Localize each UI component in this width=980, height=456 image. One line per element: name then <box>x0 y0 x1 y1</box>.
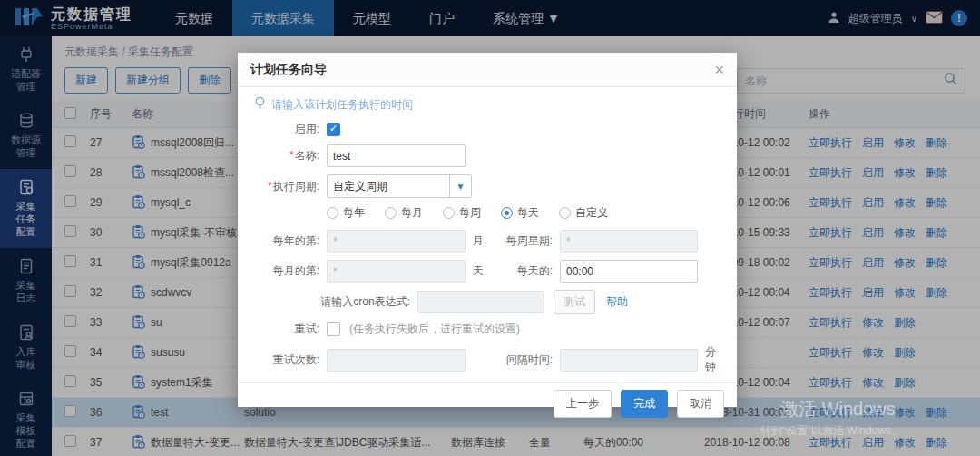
retry-count-label: 重试次数: <box>254 352 319 368</box>
daytime-input[interactable] <box>560 260 698 283</box>
retry-hint: (任务执行失败后，进行重试的设置) <box>349 322 520 337</box>
retry-count-input <box>327 349 466 372</box>
period-select[interactable]: 自定义周期 ▼ <box>327 174 472 198</box>
retry-label: 重试: <box>254 322 319 337</box>
dialog-title: 计划任务向导 <box>250 62 327 78</box>
windows-watermark-line2: 转到“设置”以激活 Windows。 <box>760 423 902 439</box>
period-radio-label: 每天 <box>517 205 539 221</box>
period-radio-option[interactable]: 自定义 <box>559 205 608 221</box>
name-input[interactable] <box>327 144 466 167</box>
enable-label: 启用: <box>254 122 319 137</box>
day-unit: 天 <box>466 263 491 279</box>
retry-checkbox[interactable] <box>327 322 340 336</box>
period-radio-group: 每年每月每周每天自定义 <box>327 205 720 221</box>
radio-icon <box>385 207 397 219</box>
dropdown-arrow-icon[interactable]: ▼ <box>449 175 471 197</box>
cron-label: 请输入cron表达式: <box>254 294 410 310</box>
period-radio-label: 自定义 <box>575 205 608 221</box>
interval-input <box>560 349 698 372</box>
radio-icon <box>443 207 455 219</box>
period-radio-label: 每月 <box>401 205 423 221</box>
dialog-tip-text: 请输入该计划任务执行的时间 <box>271 97 413 113</box>
enable-checkbox[interactable] <box>327 123 340 136</box>
period-radio-option[interactable]: 每月 <box>385 205 423 221</box>
yearday-input <box>327 230 466 253</box>
weekday-input <box>560 230 698 253</box>
cancel-button[interactable]: 取消 <box>677 390 724 418</box>
radio-icon <box>327 207 338 219</box>
minute-unit: 分钟 <box>705 344 720 375</box>
previous-step-button[interactable]: 上一步 <box>554 390 612 418</box>
schedule-wizard-dialog: 计划任务向导 × 请输入该计划任务执行的时间 启用: *名称: *执行周期: 自… <box>238 53 737 407</box>
close-icon[interactable]: × <box>714 62 724 78</box>
cron-test-button: 测试 <box>554 290 595 314</box>
period-label: *执行周期: <box>254 179 319 194</box>
radio-icon <box>559 207 571 219</box>
period-radio-option[interactable]: 每年 <box>327 205 365 221</box>
daytime-label: 每天的: <box>491 263 553 279</box>
name-label: *名称: <box>254 148 319 164</box>
monthday-input <box>327 260 466 283</box>
period-radio-label: 每周 <box>459 205 481 221</box>
radio-icon <box>501 207 513 219</box>
period-radio-label: 每年 <box>343 205 365 221</box>
monthday-label: 每月的第: <box>254 263 319 279</box>
windows-watermark-line1: 激活 Windows <box>780 397 896 421</box>
period-radio-option[interactable]: 每周 <box>443 205 481 221</box>
month-unit: 月 <box>466 233 491 249</box>
yearday-label: 每年的第: <box>254 233 319 249</box>
dialog-footer: 上一步 完成 取消 <box>238 382 737 424</box>
period-select-value: 自定义周期 <box>328 179 449 194</box>
cron-input <box>417 291 544 313</box>
cron-help-link[interactable]: 帮助 <box>606 294 628 310</box>
finish-button[interactable]: 完成 <box>621 390 668 418</box>
interval-label: 间隔时间: <box>466 352 553 368</box>
lightbulb-icon <box>254 96 266 113</box>
period-radio-option[interactable]: 每天 <box>501 205 539 221</box>
dialog-body: 请输入该计划任务执行的时间 启用: *名称: *执行周期: 自定义周期 ▼ 每年… <box>238 87 737 382</box>
weekday-label: 每周星期: <box>491 233 553 249</box>
dialog-header: 计划任务向导 × <box>238 53 737 87</box>
